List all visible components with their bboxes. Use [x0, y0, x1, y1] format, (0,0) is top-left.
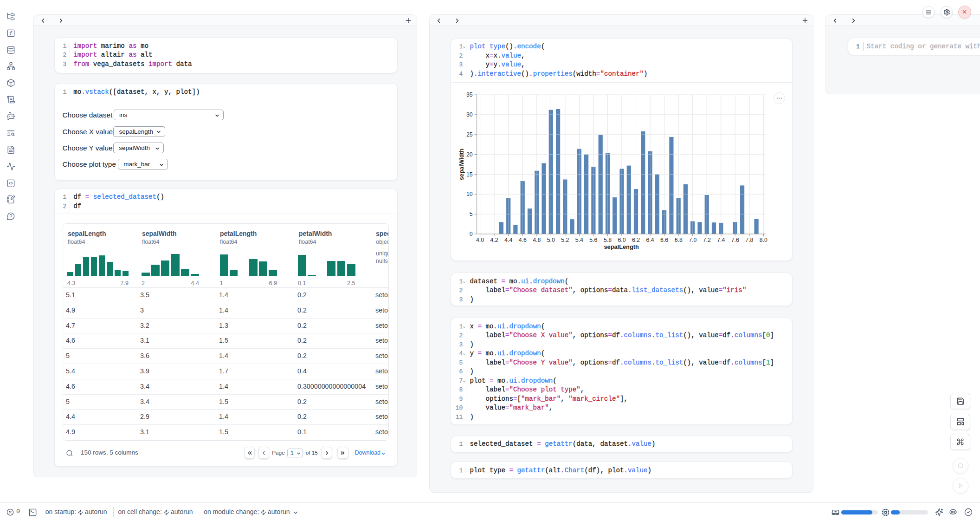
svg-text:4.0: 4.0 — [476, 236, 484, 243]
svg-text:5.0: 5.0 — [547, 236, 555, 243]
svg-text:4.4: 4.4 — [505, 236, 513, 243]
svg-text:sepalWidth: sepalWidth — [458, 149, 465, 180]
svg-text:7.6: 7.6 — [731, 236, 739, 243]
svg-text:0: 0 — [470, 231, 473, 237]
svg-text:7.0: 7.0 — [689, 236, 697, 243]
svg-text:4.2: 4.2 — [490, 236, 498, 243]
svg-text:6.4: 6.4 — [646, 236, 654, 243]
svg-text:20: 20 — [466, 151, 473, 158]
svg-text:7.8: 7.8 — [746, 236, 754, 243]
svg-text:25: 25 — [466, 131, 473, 138]
svg-text:6.6: 6.6 — [660, 236, 668, 243]
svg-text:8.0: 8.0 — [760, 236, 767, 243]
svg-text:35: 35 — [466, 91, 473, 98]
svg-text:10: 10 — [466, 191, 473, 197]
svg-text:5.2: 5.2 — [561, 236, 569, 243]
svg-text:7.2: 7.2 — [703, 236, 711, 243]
svg-text:6.8: 6.8 — [675, 236, 683, 243]
svg-text:4.6: 4.6 — [519, 236, 527, 243]
svg-text:5.6: 5.6 — [590, 236, 598, 243]
svg-text:6.0: 6.0 — [618, 236, 626, 243]
svg-text:sepalLength: sepalLength — [604, 243, 639, 250]
svg-text:4.8: 4.8 — [533, 236, 541, 243]
svg-text:15: 15 — [466, 171, 473, 177]
svg-text:5.8: 5.8 — [604, 236, 612, 243]
svg-text:6.2: 6.2 — [632, 236, 640, 243]
svg-text:5: 5 — [470, 211, 473, 217]
svg-text:30: 30 — [466, 111, 473, 118]
svg-text:7.4: 7.4 — [717, 236, 725, 243]
svg-text:5.4: 5.4 — [575, 236, 583, 243]
